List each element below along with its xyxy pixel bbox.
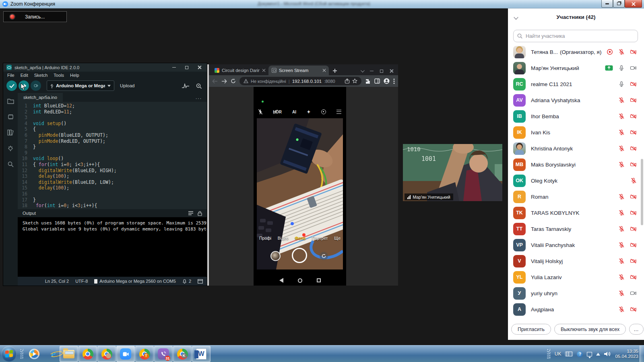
filters-wand-icon[interactable]: ✦	[307, 109, 310, 115]
camera-muted-icon[interactable]	[630, 274, 637, 280]
reload-icon[interactable]	[231, 78, 236, 84]
mic-muted-icon[interactable]	[618, 49, 625, 55]
output-console[interactable]: Sketch uses 1608 bytes (0%) of program s…	[18, 217, 207, 277]
camera-muted-icon[interactable]	[630, 145, 637, 152]
camera-muted-icon[interactable]	[630, 161, 637, 168]
volume-icon[interactable]	[604, 351, 611, 357]
participant-row[interactable]: R Roman	[508, 189, 644, 205]
mic-muted-icon[interactable]	[618, 242, 625, 248]
camera-muted-icon[interactable]	[630, 113, 637, 119]
participant-row[interactable]: MB Maks Boryslavskyi	[508, 156, 644, 173]
taskbar-viber[interactable]: 31	[154, 346, 173, 362]
taskbar-chrome-3[interactable]: T	[135, 346, 154, 362]
participant-row[interactable]: А Андріана	[508, 301, 644, 317]
side-panel-icon[interactable]	[374, 78, 380, 84]
close-tab-icon[interactable]	[262, 69, 265, 72]
mic-muted-icon[interactable]	[618, 210, 625, 216]
tab-options-icon[interactable]: ...	[196, 95, 207, 100]
participant-row[interactable]: Тетяна В... (Организатор, я)	[508, 44, 644, 60]
more-options-button[interactable]: …	[629, 324, 644, 335]
participant-row[interactable]: VP Vitalii Panchyshak	[508, 237, 644, 253]
participant-search[interactable]	[513, 30, 638, 42]
close-tab-icon[interactable]	[322, 69, 326, 72]
menu-item[interactable]: Tools	[54, 73, 64, 78]
taskbar-file-explorer[interactable]	[60, 346, 78, 362]
bookmark-star-icon[interactable]	[352, 78, 357, 84]
mic-muted-icon[interactable]	[618, 306, 625, 313]
taskbar-media-player[interactable]	[25, 346, 43, 362]
sketchbook-folder-icon[interactable]	[7, 99, 14, 104]
library-manager-icon[interactable]	[7, 130, 14, 136]
address-bar[interactable]: Не конфіденційні | 192.168.0.101 :8080	[239, 77, 361, 85]
camera-mode[interactable]: Фото	[295, 236, 306, 241]
scroll-lock-icon[interactable]	[198, 211, 202, 216]
share-icon[interactable]	[345, 78, 350, 84]
show-desktop-button[interactable]	[640, 346, 644, 362]
minimize-icon[interactable]	[172, 67, 176, 68]
menu-item[interactable]: Help	[70, 73, 79, 78]
mic-muted-icon[interactable]	[630, 177, 637, 184]
close-icon[interactable]	[198, 66, 201, 69]
help-tray-icon[interactable]: ?	[577, 351, 583, 357]
participant-row[interactable]: OK Oleg Kotyk	[508, 173, 644, 189]
camera-muted-icon[interactable]	[630, 193, 637, 200]
flip-camera-button[interactable]	[320, 252, 328, 260]
debug-button[interactable]	[31, 80, 41, 91]
language-bar-icon[interactable]	[587, 352, 592, 356]
minimize-button[interactable]	[601, 0, 613, 8]
back-icon[interactable]	[212, 79, 218, 84]
maximize-icon[interactable]	[185, 66, 188, 69]
camera-muted-icon[interactable]	[630, 129, 637, 136]
camera-muted-icon[interactable]	[630, 306, 637, 313]
search-icon[interactable]	[7, 161, 14, 167]
chevron-down-icon[interactable]	[361, 68, 365, 72]
mic-on-icon[interactable]	[618, 65, 625, 71]
participant-row[interactable]: IB Ihor Bemba	[508, 108, 644, 124]
mic-muted-icon[interactable]	[618, 258, 625, 264]
mic-muted-icon[interactable]	[618, 161, 625, 168]
ai-toggle[interactable]: AI	[292, 110, 296, 114]
taskbar-word[interactable]: W	[192, 346, 211, 362]
serial-monitor-icon[interactable]	[196, 83, 202, 89]
google-lens-icon[interactable]	[321, 109, 326, 114]
minimize-icon[interactable]	[370, 71, 374, 72]
participant-row[interactable]: IK Ivan Kis	[508, 124, 644, 140]
participant-video-thumbnail[interactable]: 1010 1001 Мар'ян Унятицький	[403, 144, 502, 201]
code-editor[interactable]: 1int BlueLED=12;2int RedLED=11;34void se…	[18, 102, 207, 209]
board-selector-dropdown[interactable]: Arduino Mega or Mega ...	[47, 80, 114, 91]
notifications-bell[interactable]: 2	[182, 279, 191, 284]
debug-panel-icon[interactable]	[7, 145, 14, 151]
close-button[interactable]	[625, 0, 642, 8]
menu-item[interactable]: Sketch	[34, 73, 48, 78]
language-indicator[interactable]: UK	[555, 351, 561, 357]
mic-muted-icon[interactable]	[618, 129, 625, 136]
shutter-button[interactable]	[292, 248, 307, 263]
menu-item[interactable]: File	[7, 73, 14, 78]
maximize-icon[interactable]	[380, 70, 383, 73]
android-home-icon[interactable]	[298, 278, 302, 283]
verify-button[interactable]	[6, 80, 17, 91]
taskbar-zoom[interactable]	[116, 346, 135, 362]
invite-button[interactable]: Пригласить	[511, 324, 551, 335]
hdr-off-toggle[interactable]: HDR	[273, 110, 282, 114]
taskbar-chrome-1[interactable]	[78, 346, 97, 362]
mic-muted-icon[interactable]	[618, 145, 625, 152]
camera-muted-icon[interactable]	[630, 97, 637, 103]
forward-icon[interactable]	[221, 79, 227, 84]
mic-on-icon[interactable]	[618, 81, 625, 87]
participant-row[interactable]: V Vitalij Holskyj	[508, 253, 644, 269]
participant-row[interactable]: AV Adriana Vyshatytska	[508, 92, 644, 108]
camera-mode[interactable]: Відео	[278, 236, 289, 241]
camera-muted-icon[interactable]	[630, 258, 637, 264]
flash-off-icon[interactable]	[258, 109, 262, 115]
camera-mode[interactable]: Профі	[259, 236, 271, 241]
participant-row[interactable]: У yuriy uhryn	[508, 285, 644, 301]
camera-mode[interactable]: Ще	[334, 236, 341, 241]
camera-muted-icon[interactable]	[630, 242, 637, 248]
participant-row[interactable]: RC realme C11 2021	[508, 76, 644, 92]
mic-muted-icon[interactable]	[618, 97, 625, 103]
boards-manager-icon[interactable]	[7, 114, 14, 120]
kebab-menu-icon[interactable]	[393, 78, 395, 84]
camera-muted-icon[interactable]	[630, 81, 637, 87]
recording-indicator[interactable]: Запись...	[3, 11, 67, 22]
